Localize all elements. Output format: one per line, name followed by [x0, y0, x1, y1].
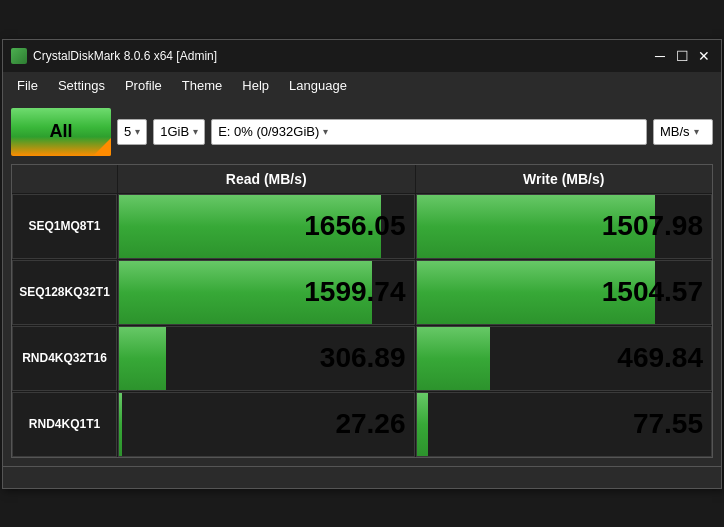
- read-value-0: 1656.05: [118, 194, 415, 259]
- read-number-1: 1599.74: [304, 276, 405, 308]
- close-button[interactable]: ✕: [695, 47, 713, 65]
- read-header: Read (MB/s): [118, 165, 415, 193]
- write-value-0: 1507.98: [416, 194, 713, 259]
- menu-item-theme[interactable]: Theme: [172, 75, 232, 96]
- read-number-0: 1656.05: [304, 210, 405, 242]
- window-controls: ─ ☐ ✕: [651, 47, 713, 65]
- maximize-button[interactable]: ☐: [673, 47, 691, 65]
- menu-item-file[interactable]: File: [7, 75, 48, 96]
- write-value-3: 77.55: [416, 392, 713, 457]
- main-content: All 5 ▾ 1GiB ▾ E: 0% (0/932GiB) ▾ MB/s ▾…: [3, 100, 721, 466]
- all-button[interactable]: All: [11, 108, 111, 156]
- results-grid: Read (MB/s) Write (MB/s) SEQ1MQ8T11656.0…: [11, 164, 713, 458]
- window-title: CrystalDiskMark 8.0.6 x64 [Admin]: [33, 49, 651, 63]
- write-value-1: 1504.57: [416, 260, 713, 325]
- count-dropdown[interactable]: 5 ▾: [117, 119, 147, 145]
- read-number-3: 27.26: [335, 408, 405, 440]
- count-dropdown-arrow: ▾: [135, 126, 140, 137]
- read-value-3: 27.26: [118, 392, 415, 457]
- size-dropdown-arrow: ▾: [193, 126, 198, 137]
- drive-dropdown-arrow: ▾: [323, 126, 328, 137]
- app-icon: [11, 48, 27, 64]
- menu-item-help[interactable]: Help: [232, 75, 279, 96]
- row-label-3: RND4KQ1T1: [12, 392, 117, 457]
- write-value-2: 469.84: [416, 326, 713, 391]
- write-header: Write (MB/s): [416, 165, 713, 193]
- unit-dropdown[interactable]: MB/s ▾: [653, 119, 713, 145]
- size-dropdown[interactable]: 1GiB ▾: [153, 119, 205, 145]
- row-label-0: SEQ1MQ8T1: [12, 194, 117, 259]
- menu-item-language[interactable]: Language: [279, 75, 357, 96]
- minimize-button[interactable]: ─: [651, 47, 669, 65]
- write-number-0: 1507.98: [602, 210, 703, 242]
- title-bar: CrystalDiskMark 8.0.6 x64 [Admin] ─ ☐ ✕: [3, 40, 721, 72]
- write-number-2: 469.84: [617, 342, 703, 374]
- write-number-1: 1504.57: [602, 276, 703, 308]
- read-value-2: 306.89: [118, 326, 415, 391]
- menu-bar: FileSettingsProfileThemeHelpLanguage: [3, 72, 721, 100]
- row-label-2: RND4KQ32T16: [12, 326, 117, 391]
- read-value-1: 1599.74: [118, 260, 415, 325]
- row-label-1: SEQ128KQ32T1: [12, 260, 117, 325]
- toolbar: All 5 ▾ 1GiB ▾ E: 0% (0/932GiB) ▾ MB/s ▾: [11, 108, 713, 156]
- app-window: CrystalDiskMark 8.0.6 x64 [Admin] ─ ☐ ✕ …: [2, 39, 722, 489]
- write-number-3: 77.55: [633, 408, 703, 440]
- unit-dropdown-arrow: ▾: [694, 126, 699, 137]
- menu-item-settings[interactable]: Settings: [48, 75, 115, 96]
- status-bar: [3, 466, 721, 488]
- read-number-2: 306.89: [320, 342, 406, 374]
- drive-dropdown[interactable]: E: 0% (0/932GiB) ▾: [211, 119, 647, 145]
- header-spacer: [12, 165, 117, 193]
- menu-item-profile[interactable]: Profile: [115, 75, 172, 96]
